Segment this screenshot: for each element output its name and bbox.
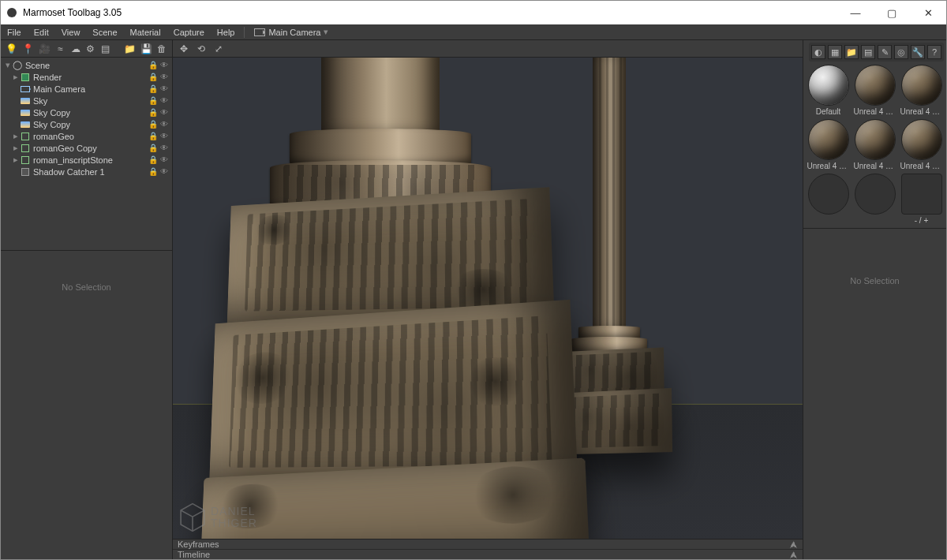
viewport[interactable]: DANIEL THIGER <box>173 58 803 539</box>
eye-icon[interactable]: 👁 <box>159 155 169 165</box>
app-icon <box>7 8 17 17</box>
target-icon[interactable]: ◎ <box>894 45 908 59</box>
scale-tool-icon[interactable]: ⤢ <box>212 43 225 55</box>
menubar: File Edit View Scene Material Capture He… <box>1 24 946 40</box>
scene-root[interactable]: ▾ ◯ Scene 🔒👁 <box>1 59 172 71</box>
tree-item[interactable]: Sky🔒👁 <box>1 95 172 106</box>
left-no-selection: No Selection <box>1 250 172 559</box>
eye-icon[interactable]: 👁 <box>159 73 169 82</box>
fog-icon[interactable]: ≈ <box>55 43 66 55</box>
keyframes-label: Keyframes <box>178 539 790 549</box>
eye-icon[interactable]: 👁 <box>159 96 169 106</box>
eye-icon[interactable]: 👁 <box>159 108 169 118</box>
rotate-tool-icon[interactable]: ⟲ <box>195 43 208 55</box>
bulb-icon[interactable]: 💡 <box>6 43 17 55</box>
eye-icon[interactable]: 👁 <box>159 84 169 94</box>
materials-toolbar: ◐ ▦ 📁 ▤ ✎ ◎ 🔧 ? <box>809 43 944 62</box>
tree-item[interactable]: ▸roman_inscriptStone🔒👁 <box>1 154 172 166</box>
sphere-icon[interactable]: ◐ <box>811 45 825 59</box>
folder-icon[interactable]: 📁 <box>124 43 136 55</box>
menu-file[interactable]: File <box>1 24 28 39</box>
lock-icon[interactable]: 🔒 <box>148 96 158 106</box>
right-panel: ◐ ▦ 📁 ▤ ✎ ◎ 🔧 ? Default Unreal 4 Te... U… <box>803 40 946 559</box>
render-mesh-near <box>187 58 574 539</box>
tree-item[interactable]: Main Camera🔒👁 <box>1 83 172 95</box>
tree-item[interactable]: ▸Render🔒👁 <box>1 71 172 83</box>
tree-item[interactable]: ▸romanGeo🔒👁 <box>1 130 172 142</box>
active-camera-selector[interactable]: Main Camera ▾ <box>248 24 335 39</box>
material-item[interactable]: Unreal 4 Te... <box>900 65 943 116</box>
material-thumb <box>808 65 849 106</box>
material-item-empty[interactable] <box>853 174 896 225</box>
material-item[interactable]: Unreal 4 Te... <box>853 65 896 116</box>
left-panel: 💡 📍 🎥 ≈ ☁ ⚙ ▤ 📁 💾 🗑 ▾ ◯ Scene 🔒👁 <box>1 40 173 559</box>
eye-icon[interactable]: 👁 <box>159 132 169 141</box>
eye-icon[interactable]: 👁 <box>159 120 169 129</box>
wrench-icon[interactable]: 🔧 <box>911 45 925 59</box>
tree-item[interactable]: Sky Copy🔒👁 <box>1 118 172 130</box>
move-tool-icon[interactable]: ✥ <box>178 43 190 55</box>
lock-icon[interactable]: 🔒 <box>148 120 158 129</box>
material-thumb <box>901 119 942 160</box>
tree-label: romanGeo Copy <box>33 144 148 153</box>
menu-scene[interactable]: Scene <box>86 24 123 39</box>
window-maximize-button[interactable]: ▢ <box>874 1 910 24</box>
lock-icon[interactable]: 🔒 <box>148 84 158 94</box>
keyframes-panel-header[interactable]: Keyframes ⮝ <box>173 539 803 550</box>
cloud-icon[interactable]: ☁ <box>70 43 80 55</box>
lock-icon[interactable]: 🔒 <box>148 61 158 70</box>
trash-icon[interactable]: 🗑 <box>157 43 167 55</box>
menu-help[interactable]: Help <box>211 24 241 39</box>
material-item[interactable]: Default <box>807 65 850 116</box>
tree-label: romanGeo <box>33 132 148 141</box>
material-label: Unreal 4 Te... <box>854 107 896 116</box>
tree-label: Sky Copy <box>33 108 148 118</box>
eye-icon[interactable]: 👁 <box>159 144 169 153</box>
save-icon[interactable]: 💾 <box>140 43 152 55</box>
menu-edit[interactable]: Edit <box>28 24 55 39</box>
window-minimize-button[interactable]: — <box>837 1 874 24</box>
tree-item[interactable]: ▸romanGeo Copy🔒👁 <box>1 142 172 154</box>
eye-icon[interactable]: 👁 <box>159 167 169 177</box>
lock-icon[interactable]: 🔒 <box>148 108 158 118</box>
window-close-button[interactable]: ✕ <box>910 1 946 24</box>
material-thumb <box>855 174 896 215</box>
tree-item[interactable]: Sky Copy🔒👁 <box>1 106 172 118</box>
timeline-panel-header[interactable]: Timeline ⮝ <box>173 550 803 559</box>
lock-icon[interactable]: 🔒 <box>148 73 158 82</box>
camera-icon[interactable]: 🎥 <box>39 43 51 55</box>
menu-capture[interactable]: Capture <box>167 24 211 39</box>
material-item-empty[interactable] <box>807 174 850 225</box>
material-item[interactable]: Unreal 4 Te... <box>853 119 896 170</box>
right-no-selection: No Selection <box>803 228 946 559</box>
gear-icon[interactable]: ⚙ <box>85 43 95 55</box>
lock-icon[interactable]: 🔒 <box>148 132 158 141</box>
pin-icon[interactable]: 📍 <box>22 43 34 55</box>
menu-material[interactable]: Material <box>124 24 167 39</box>
tree-label: Shadow Catcher 1 <box>33 167 148 177</box>
brush-icon[interactable]: ✎ <box>878 45 892 59</box>
expand-icon[interactable]: ▾ <box>4 60 12 70</box>
lock-icon[interactable]: 🔒 <box>148 155 158 165</box>
help-icon[interactable]: ? <box>927 45 941 59</box>
lock-icon[interactable]: 🔒 <box>148 167 158 177</box>
collapse-up-icon[interactable]: ⮝ <box>790 540 798 549</box>
image-icon[interactable]: ▤ <box>100 43 110 55</box>
active-camera-label: Main Camera <box>268 28 320 37</box>
tree-item[interactable]: Shadow Catcher 1🔒👁 <box>1 166 172 177</box>
scene-tree: ▾ ◯ Scene 🔒👁 ▸Render🔒👁 Main Camera🔒👁 Sky… <box>1 58 172 179</box>
eye-icon[interactable]: 👁 <box>159 61 169 70</box>
material-zoom-controls[interactable]: - / + <box>900 174 943 225</box>
material-item[interactable]: Unreal 4 Te... <box>900 119 943 170</box>
collapse-up-icon[interactable]: ⮝ <box>790 551 798 559</box>
image-icon[interactable]: ▤ <box>861 45 875 59</box>
material-thumb <box>808 119 849 160</box>
material-thumb <box>901 65 942 106</box>
lock-icon[interactable]: 🔒 <box>148 144 158 153</box>
material-item[interactable]: Unreal 4 Te... <box>807 119 850 170</box>
tree-label: Main Camera <box>33 84 148 94</box>
tree-label: Render <box>33 73 148 82</box>
menu-view[interactable]: View <box>55 24 87 39</box>
folder-icon[interactable]: 📁 <box>844 45 859 59</box>
cube-icon[interactable]: ▦ <box>828 45 842 59</box>
